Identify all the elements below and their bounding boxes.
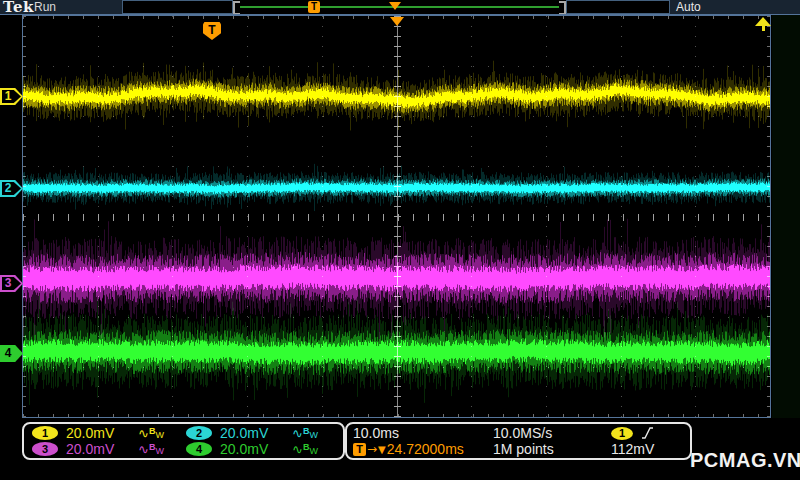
channel3-position-marker[interactable]: 3 bbox=[0, 275, 23, 292]
channel-scale-readout-box[interactable]: 1 20.0mV ∿BW 2 20.0mV ∿BW 3 20.0mV ∿BW 4… bbox=[22, 422, 345, 460]
oscilloscope-screen: Tek Run T Auto T 1 2 bbox=[0, 0, 800, 480]
trigger-level: 112mV bbox=[611, 441, 686, 457]
channel3-scale: 20.0mV bbox=[66, 441, 138, 457]
channel2-marker-label: 2 bbox=[0, 180, 16, 197]
time-per-division: 10.0ms bbox=[353, 425, 493, 441]
channel4-scale: 20.0mV bbox=[220, 441, 292, 457]
channel3-coupling-bandwidth-icon: ∿BW bbox=[138, 440, 186, 458]
graticule: T bbox=[22, 15, 771, 418]
record-length: 1M points bbox=[493, 441, 611, 457]
trigger-source-badge[interactable]: 1 bbox=[611, 427, 633, 440]
channel4-position-marker[interactable]: 4 bbox=[0, 345, 23, 362]
trigger-delay-time: 24.72000ms bbox=[387, 441, 464, 457]
header-readout-box-left bbox=[122, 0, 233, 14]
channel1-badge[interactable]: 1 bbox=[32, 426, 58, 440]
channel4-marker-label: 4 bbox=[0, 345, 16, 362]
acquisition-status: Run bbox=[34, 0, 56, 14]
channel2-badge[interactable]: 2 bbox=[186, 426, 212, 440]
channel2-position-marker[interactable]: 2 bbox=[0, 180, 23, 197]
record-view-bar[interactable]: T bbox=[233, 0, 566, 14]
waveform-canvas bbox=[23, 16, 770, 417]
trigger-mode-status: Auto bbox=[676, 0, 701, 14]
channel4-badge[interactable]: 4 bbox=[186, 442, 212, 456]
trigger-position-icon[interactable] bbox=[390, 17, 404, 26]
record-view-right-bracket bbox=[559, 1, 566, 15]
arrow-right-icon: → bbox=[367, 442, 377, 456]
watermark: PCMAG.VN bbox=[690, 449, 800, 472]
trigger-level-offscreen-arrow-icon[interactable] bbox=[755, 17, 771, 31]
header-readout-box-right bbox=[566, 0, 670, 14]
trigger-source: 1 bbox=[611, 426, 686, 440]
sample-rate: 10.0MS/s bbox=[493, 425, 611, 441]
channel1-marker-label: 1 bbox=[0, 88, 16, 105]
trigger-t-icon: T bbox=[353, 443, 366, 456]
record-view-trigger-t-icon[interactable]: T bbox=[308, 1, 320, 13]
graticule-right-margin bbox=[772, 15, 800, 418]
rising-edge-icon bbox=[641, 426, 654, 440]
record-view-left-bracket bbox=[233, 1, 240, 15]
record-view-position-icon[interactable] bbox=[389, 2, 401, 10]
channel2-scale: 20.0mV bbox=[220, 425, 292, 441]
horizontal-trigger-readout-box[interactable]: 10.0ms 10.0MS/s 1 T → ▼ 24.72000ms 1M po… bbox=[345, 422, 692, 460]
channel3-badge[interactable]: 3 bbox=[32, 442, 58, 456]
channel1-position-marker[interactable]: 1 bbox=[0, 88, 23, 105]
top-status-bar: Tek Run T Auto bbox=[0, 0, 800, 14]
arrow-stem bbox=[762, 25, 765, 31]
channel3-marker-label: 3 bbox=[0, 275, 16, 292]
channel1-scale: 20.0mV bbox=[66, 425, 138, 441]
channel4-coupling-bandwidth-icon: ∿BW bbox=[292, 440, 336, 458]
trigger-delay-readout: T → ▼ 24.72000ms bbox=[353, 441, 493, 457]
triangle-down-icon: ▼ bbox=[378, 444, 386, 455]
